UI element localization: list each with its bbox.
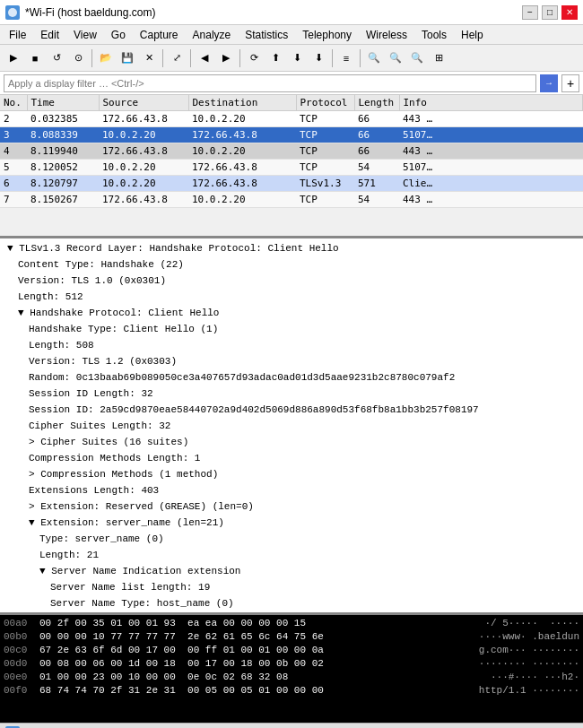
reload-btn[interactable]: ⤢: [167, 48, 187, 68]
menu-view[interactable]: View: [66, 27, 104, 43]
menu-file[interactable]: File: [2, 27, 33, 43]
detail-line[interactable]: > Cipher Suites (16 suites): [0, 434, 583, 450]
detail-line[interactable]: Length: 512: [0, 289, 583, 305]
col-len[interactable]: Length: [354, 95, 399, 111]
hex-bytes: 01 00 00 23 00 10 00 00 0e 0c 02 68 32 0…: [39, 671, 491, 684]
options-btn[interactable]: ⊙: [68, 48, 88, 68]
hex-ascii: g.com··· ········: [479, 644, 579, 657]
detail-line[interactable]: Version: TLS 1.0 (0x0301): [0, 273, 583, 289]
detail-line[interactable]: Length: 21: [0, 547, 583, 563]
detail-line[interactable]: Content Type: Handshake (22): [0, 256, 583, 273]
detail-line[interactable]: Compression Methods Length: 1: [0, 450, 583, 466]
hex-bytes: 67 2e 63 6f 6d 00 17 00 00 ff 01 00 01 0…: [39, 644, 479, 657]
hex-ascii: ········ ········: [479, 657, 579, 671]
menu-telephony[interactable]: Telephony: [295, 27, 359, 43]
menu-tools[interactable]: Tools: [414, 27, 454, 43]
goto-prev-btn[interactable]: ⬆: [265, 48, 285, 68]
menu-help[interactable]: Help: [454, 27, 491, 43]
detail-line[interactable]: Server Name Type: host_name (0): [0, 595, 583, 611]
menu-bar: File Edit View Go Capture Analyze Statis…: [0, 25, 583, 45]
filter-add-btn[interactable]: +: [561, 74, 579, 92]
table-row[interactable]: 20.032385172.66.43.810.0.2.20TCP66443 …: [0, 111, 583, 127]
start-capture-btn[interactable]: ▶: [4, 48, 23, 68]
detail-line[interactable]: Handshake Type: Client Hello (1): [0, 321, 583, 337]
hex-row: 00d0 00 08 00 06 00 1d 00 18 00 17 00 18…: [4, 657, 579, 671]
hex-offset: 00a0: [4, 617, 39, 630]
save-btn[interactable]: 💾: [117, 48, 137, 68]
packet-detail-area[interactable]: ▼ TLSv1.3 Record Layer: Handshake Protoc…: [0, 238, 583, 615]
col-dest[interactable]: Destination: [188, 95, 296, 111]
detail-line[interactable]: Type: server_name (0): [0, 531, 583, 547]
close-button[interactable]: ✕: [561, 5, 578, 20]
zoom-fit-btn[interactable]: 🔍: [407, 48, 427, 68]
detail-line[interactable]: > Compression Methods (1 method): [0, 466, 583, 482]
hex-ascii: ····www· .baeldun: [479, 630, 579, 644]
menu-capture[interactable]: Capture: [133, 27, 186, 43]
hex-bytes: 00 08 00 06 00 1d 00 18 00 17 00 18 00 0…: [39, 657, 479, 671]
menu-edit[interactable]: Edit: [33, 27, 66, 43]
detail-line[interactable]: ▼ TLSv1.3 Record Layer: Handshake Protoc…: [0, 240, 583, 256]
menu-go[interactable]: Go: [104, 27, 133, 43]
packet-table: No. Time Source Destination Protocol Len…: [0, 95, 583, 208]
detail-line[interactable]: Version: TLS 1.2 (0x0303): [0, 353, 583, 369]
toolbar-sep-1: [91, 49, 92, 67]
col-info[interactable]: Info: [399, 95, 583, 111]
col-proto[interactable]: Protocol: [296, 95, 354, 111]
detail-line[interactable]: Length: 508: [0, 337, 583, 353]
toolbar-sep-5: [332, 49, 333, 67]
packet-list-area[interactable]: No. Time Source Destination Protocol Len…: [0, 95, 583, 238]
toolbar-sep-6: [360, 49, 361, 67]
detail-line[interactable]: Random: 0c13baab69b089050ce3a407657d93ad…: [0, 369, 583, 386]
toolbar-sep-3: [190, 49, 191, 67]
toolbar-sep-2: [162, 49, 163, 67]
table-row[interactable]: 68.12079710.0.2.20172.66.43.8TLSv1.3571C…: [0, 176, 583, 192]
detail-line[interactable]: > Extension: Reserved (GREASE) (len=0): [0, 498, 583, 515]
detail-line[interactable]: Session ID: 2a59cd9870eae58440702a9d402d…: [0, 402, 583, 418]
col-no[interactable]: No.: [0, 95, 27, 111]
back-btn[interactable]: ◀: [195, 48, 214, 68]
fwd-btn[interactable]: ▶: [216, 48, 236, 68]
toolbar-sep-4: [239, 49, 240, 67]
menu-wireless[interactable]: Wireless: [359, 27, 414, 43]
goto-last-btn[interactable]: ⬇: [309, 48, 328, 68]
detail-line[interactable]: Session ID Length: 32: [0, 386, 583, 402]
hex-dump-area[interactable]: 00a0 00 2f 00 35 01 00 01 93 ea ea 00 00…: [0, 615, 583, 723]
menu-statistics[interactable]: Statistics: [238, 27, 295, 43]
filter-apply-btn[interactable]: →: [540, 74, 558, 92]
filter-bar: → +: [0, 72, 583, 95]
title-bar-left: *Wi-Fi (host baeldung.com): [5, 5, 155, 20]
col-source[interactable]: Source: [99, 95, 188, 111]
col-time[interactable]: Time: [27, 95, 99, 111]
open-btn[interactable]: 📂: [96, 48, 116, 68]
zoom-reset-btn[interactable]: ⊞: [429, 48, 448, 68]
minimize-button[interactable]: −: [522, 5, 538, 20]
stop-capture-btn[interactable]: ■: [25, 48, 45, 68]
window-controls: − □ ✕: [522, 5, 578, 20]
hex-offset: 00d0: [4, 657, 39, 671]
close-file-btn[interactable]: ✕: [139, 48, 159, 68]
table-row[interactable]: 78.150267172.66.43.810.0.2.20TCP54443 …: [0, 192, 583, 208]
table-row[interactable]: 48.119940172.66.43.810.0.2.20TCP66443 …: [0, 143, 583, 160]
table-row[interactable]: 38.08833910.0.2.20172.66.43.8TCP665107…: [0, 127, 583, 143]
restart-btn[interactable]: ↺: [47, 48, 66, 68]
window-title: *Wi-Fi (host baeldung.com): [25, 6, 155, 19]
detail-line[interactable]: ▼ Handshake Protocol: Client Hello: [0, 305, 583, 321]
goto-first-btn[interactable]: ⟳: [244, 48, 264, 68]
filter-input[interactable]: [4, 74, 536, 92]
coloring-btn[interactable]: ≡: [336, 48, 356, 68]
status-bar: Server Name (tls…name), 16 byte(s) · Pac…: [0, 723, 583, 728]
maximize-button[interactable]: □: [542, 5, 558, 20]
detail-line[interactable]: Server Name list length: 19: [0, 579, 583, 595]
detail-line[interactable]: ▼ Extension: server_name (len=21): [0, 515, 583, 531]
zoom-out-btn[interactable]: 🔍: [386, 48, 405, 68]
hex-bytes: 00 2f 00 35 01 00 01 93 ea ea 00 00 00 0…: [39, 617, 484, 630]
detail-line[interactable]: Cipher Suites Length: 32: [0, 418, 583, 434]
menu-analyze[interactable]: Analyze: [186, 27, 239, 43]
table-row[interactable]: 58.12005210.0.2.20172.66.43.8TCP545107…: [0, 160, 583, 176]
title-bar: *Wi-Fi (host baeldung.com) − □ ✕: [0, 0, 583, 25]
detail-line[interactable]: ▼ Server Name Indication extension: [0, 563, 583, 579]
zoom-in-btn[interactable]: 🔍: [364, 48, 384, 68]
goto-next-btn[interactable]: ⬇: [287, 48, 307, 68]
detail-line[interactable]: Extensions Length: 403: [0, 482, 583, 498]
hex-offset: 00f0: [4, 684, 39, 698]
